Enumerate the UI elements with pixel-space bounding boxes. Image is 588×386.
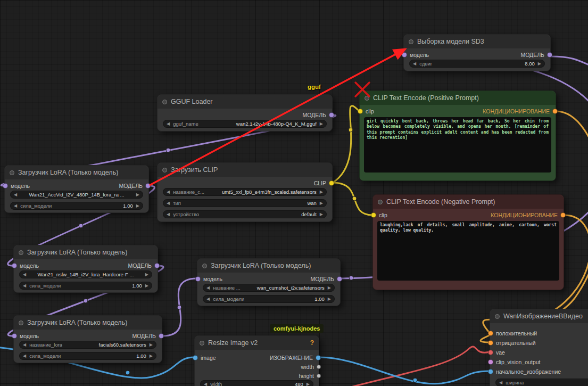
collapse-dot[interactable] bbox=[19, 250, 23, 255]
collapse-dot[interactable] bbox=[409, 39, 413, 44]
model-output-port[interactable] bbox=[154, 263, 160, 268]
lora-strength-widget[interactable]: ◀ сила_модели 1.00 ▶ bbox=[10, 202, 143, 210]
start-image-input-slot[interactable]: начальное_изображение bbox=[493, 368, 561, 375]
conditioning-output-port[interactable] bbox=[560, 212, 566, 218]
model-input-port[interactable] bbox=[3, 183, 8, 188]
next-icon[interactable]: ▶ bbox=[150, 343, 153, 347]
clip-input-slot[interactable]: clip bbox=[363, 108, 374, 114]
model-output-port[interactable] bbox=[337, 276, 342, 282]
model-output-slot[interactable]: МОДЕЛЬ bbox=[132, 333, 159, 339]
conditioning-output-slot[interactable]: КОНДИЦИОНИРОВАНИЕ bbox=[483, 108, 552, 114]
width-widget[interactable]: ◀ ширина ▶ bbox=[495, 379, 588, 386]
prev-icon[interactable]: ◀ bbox=[167, 212, 170, 217]
node-title-bar[interactable]: Resize Image v2 ? bbox=[195, 336, 319, 350]
vae-input-port[interactable] bbox=[488, 350, 493, 355]
lora-strength-widget[interactable]: ◀ сила_модели 1.00 ▶ bbox=[19, 352, 156, 360]
prev-icon[interactable]: ◀ bbox=[167, 122, 170, 126]
collapse-dot[interactable] bbox=[495, 314, 500, 319]
lora-strength-widget[interactable]: ◀ сила_модели 1.00 ▶ bbox=[203, 295, 335, 303]
lora-name-widget[interactable]: ◀ название ... wan_cumshot_i2v.safetenso… bbox=[203, 284, 335, 292]
next-icon[interactable]: ▶ bbox=[320, 122, 323, 126]
model-input-slot[interactable]: модель bbox=[201, 276, 222, 282]
node-clip-text-encode-negative[interactable]: CLIP Text Encode (Negative Prompt) clip … bbox=[372, 194, 564, 290]
prompt-textarea[interactable]: girl quickly bent back, throws her head … bbox=[364, 117, 551, 173]
increment-icon[interactable]: ▶ bbox=[136, 204, 139, 208]
collapse-dot[interactable] bbox=[10, 170, 14, 175]
model-output-slot[interactable]: МОДЕЛЬ bbox=[128, 262, 154, 269]
model-output-port[interactable] bbox=[159, 333, 164, 339]
increment-icon[interactable]: ▶ bbox=[538, 62, 541, 66]
node-title-bar[interactable]: Выборка модели SD3 bbox=[404, 35, 550, 48]
shift-widget[interactable]: ◀ сдвиг 8.00 ▶ bbox=[409, 60, 545, 68]
prev-icon[interactable]: ◀ bbox=[14, 193, 17, 197]
vae-input-slot[interactable]: vae bbox=[493, 349, 505, 356]
model-output-port[interactable] bbox=[329, 112, 334, 118]
model-input-slot[interactable]: модель bbox=[407, 52, 429, 58]
decrement-icon[interactable]: ◀ bbox=[499, 381, 502, 385]
next-icon[interactable]: ▶ bbox=[328, 286, 331, 290]
node-title-bar[interactable]: Загрузчик LoRA (Только модель) bbox=[14, 245, 158, 259]
collapse-dot[interactable] bbox=[162, 168, 167, 173]
clip-output-slot[interactable]: CLIP bbox=[314, 180, 329, 186]
positive-input-port[interactable] bbox=[488, 331, 493, 336]
node-lora-loader-1[interactable]: Загрузчик LoRA (Только модель) модель МО… bbox=[4, 165, 149, 213]
image-output-port[interactable] bbox=[316, 355, 321, 360]
clip-input-slot[interactable]: clip bbox=[376, 212, 387, 218]
clip-vision-input-port[interactable] bbox=[488, 359, 493, 365]
decrement-icon[interactable]: ◀ bbox=[23, 354, 26, 358]
decrement-icon[interactable]: ◀ bbox=[23, 284, 26, 288]
increment-icon[interactable]: ▶ bbox=[307, 382, 310, 386]
prev-icon[interactable]: ◀ bbox=[23, 343, 26, 347]
next-icon[interactable]: ▶ bbox=[320, 190, 323, 194]
height-output-port[interactable] bbox=[317, 374, 321, 378]
conditioning-output-slot[interactable]: КОНДИЦИОНИРОВАНИЕ bbox=[491, 212, 560, 218]
node-graph-canvas[interactable]: Выборка модели SD3 модель МОДЕЛЬ ◀ сдвиг… bbox=[0, 0, 588, 386]
positive-input-slot[interactable]: положительный bbox=[493, 330, 537, 336]
collapse-dot[interactable] bbox=[378, 200, 383, 204]
node-model-sampling-sd3[interactable]: Выборка модели SD3 модель МОДЕЛЬ ◀ сдвиг… bbox=[403, 34, 551, 71]
collapse-dot[interactable] bbox=[365, 96, 369, 101]
gguf-name-widget[interactable]: ◀ gguf_name wan2.1-i2v-14b-480p-Q4_K_M.g… bbox=[163, 120, 327, 128]
model-input-port[interactable] bbox=[12, 263, 17, 268]
negative-input-port[interactable] bbox=[488, 340, 493, 346]
prev-icon[interactable]: ◀ bbox=[167, 201, 170, 206]
increment-icon[interactable]: ▶ bbox=[328, 297, 331, 301]
node-clip-loader[interactable]: Загрузить CLIP CLIP ◀ название_c... umt5… bbox=[157, 162, 333, 222]
collapse-dot[interactable] bbox=[202, 264, 207, 268]
node-lora-loader-2[interactable]: Загрузчик LoRA (Только модель) модель МО… bbox=[13, 245, 158, 293]
node-title-bar[interactable]: CLIP Text Encode (Negative Prompt) bbox=[373, 195, 564, 209]
node-lora-loader-3[interactable]: Загрузчик LoRA (Только модель) модель МО… bbox=[197, 258, 341, 306]
lora-name-widget[interactable]: ◀ Wan21_nsfw_14B_i2V_lora_Hardcore-F ...… bbox=[19, 270, 152, 278]
next-icon[interactable]: ▶ bbox=[320, 201, 323, 206]
model-input-port[interactable] bbox=[402, 52, 407, 58]
image-output-slot[interactable]: ИЗОБРАЖЕНИЕ bbox=[270, 355, 316, 361]
model-input-port[interactable] bbox=[12, 333, 17, 339]
height-output-slot[interactable]: height bbox=[299, 373, 316, 379]
image-input-slot[interactable]: image bbox=[198, 355, 216, 361]
start-image-input-port[interactable] bbox=[488, 369, 493, 374]
model-output-slot[interactable]: МОДЕЛЬ bbox=[119, 183, 145, 189]
clip-device-widget[interactable]: ◀ устройство default ▶ bbox=[163, 210, 327, 218]
model-output-slot[interactable]: МОДЕЛЬ bbox=[520, 52, 547, 58]
clip-name-widget[interactable]: ◀ название_c... umt5_xxl_fp8_e4m3fn_scal… bbox=[163, 188, 327, 196]
decrement-icon[interactable]: ◀ bbox=[206, 297, 210, 301]
node-gguf-loader[interactable]: GGUF Loader МОДЕЛЬ ◀ gguf_name wan2.1-i2… bbox=[157, 94, 333, 132]
width-output-port[interactable] bbox=[317, 365, 321, 369]
model-output-port[interactable] bbox=[547, 52, 552, 58]
decrement-icon[interactable]: ◀ bbox=[413, 62, 416, 66]
node-resize-image[interactable]: Resize Image v2 ? image ИЗОБРАЖЕНИЕ widt… bbox=[194, 335, 319, 386]
decrement-icon[interactable]: ◀ bbox=[14, 204, 17, 208]
increment-icon[interactable]: ▶ bbox=[145, 284, 148, 288]
width-widget[interactable]: ◀ width 480 ▶ bbox=[200, 380, 313, 386]
clip-vision-input-slot[interactable]: clip_vision_output bbox=[493, 359, 540, 365]
node-clip-text-encode-positive[interactable]: CLIP Text Encode (Positive Prompt) clip … bbox=[359, 91, 556, 181]
lora-strength-widget[interactable]: ◀ сила_модели 1.00 ▶ bbox=[19, 282, 152, 290]
model-output-slot[interactable]: МОДЕЛЬ bbox=[310, 276, 337, 282]
node-title-bar[interactable]: WanИзображениеВВидео bbox=[490, 309, 588, 323]
clip-type-widget[interactable]: ◀ тип wan ▶ bbox=[163, 199, 327, 207]
model-input-slot[interactable]: модель bbox=[17, 333, 39, 339]
node-title-bar[interactable]: Загрузчик LoRA (Только модель) bbox=[197, 259, 340, 273]
model-input-slot[interactable]: модель bbox=[17, 262, 39, 269]
prompt-textarea[interactable]: laughing,lack of details, small amplitud… bbox=[377, 221, 559, 281]
clip-input-port[interactable] bbox=[358, 109, 363, 114]
